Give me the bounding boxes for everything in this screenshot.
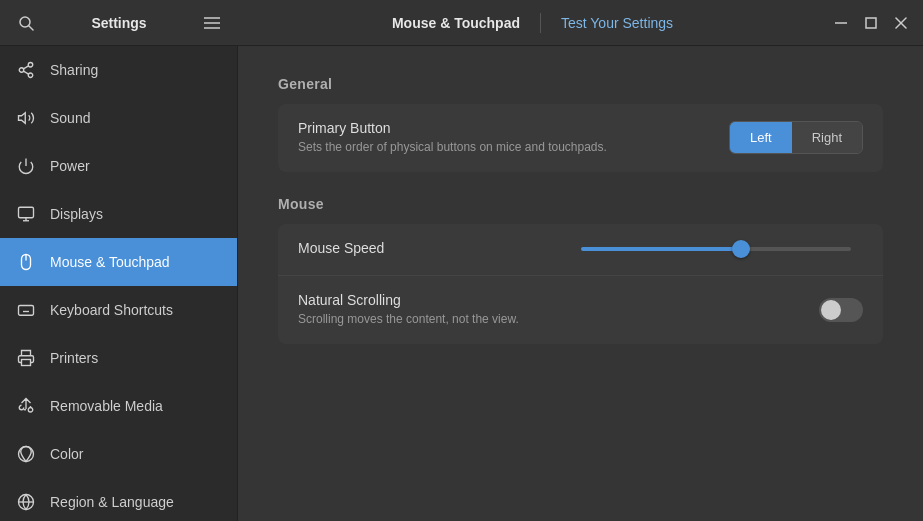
sidebar-item-displays[interactable]: Displays <box>0 190 237 238</box>
keyboard-icon <box>16 300 36 320</box>
titlebar-separator <box>540 13 541 33</box>
sidebar-item-sharing[interactable]: Sharing <box>0 46 237 94</box>
svg-line-12 <box>23 71 28 74</box>
sidebar-label-color: Color <box>50 446 83 462</box>
page-title: Mouse & Touchpad <box>392 15 520 31</box>
usb-icon <box>16 396 36 416</box>
content-area: General Primary Button Sets the order of… <box>238 46 923 521</box>
primary-button-control: Left Right <box>729 121 863 154</box>
mouse-speed-label: Mouse Speed <box>298 240 581 259</box>
sidebar-label-mouse-touchpad: Mouse & Touchpad <box>50 254 170 270</box>
primary-button-title: Primary Button <box>298 120 729 136</box>
monitor-icon <box>16 204 36 224</box>
natural-scrolling-toggle[interactable] <box>819 298 863 322</box>
mouse-speed-slider[interactable] <box>581 247 851 251</box>
mouse-speed-row: Mouse Speed <box>278 224 883 276</box>
primary-button-selector: Left Right <box>729 121 863 154</box>
svg-rect-16 <box>19 207 34 218</box>
natural-scrolling-title: Natural Scrolling <box>298 292 819 308</box>
primary-button-subtitle: Sets the order of physical buttons on mi… <box>298 139 729 156</box>
menu-button[interactable] <box>198 9 226 37</box>
mouse-section-title: Mouse <box>278 196 883 212</box>
printer-icon <box>16 348 36 368</box>
sidebar-item-keyboard-shortcuts[interactable]: Keyboard Shortcuts <box>0 286 237 334</box>
natural-scrolling-control <box>819 298 863 322</box>
sidebar-item-color[interactable]: Color <box>0 430 237 478</box>
globe-icon <box>16 492 36 512</box>
svg-rect-27 <box>22 360 31 366</box>
test-settings-link[interactable]: Test Your Settings <box>561 15 673 31</box>
svg-rect-21 <box>19 306 34 316</box>
volume-icon <box>16 108 36 128</box>
general-section-title: General <box>278 76 883 92</box>
sidebar-label-region-language: Region & Language <box>50 494 174 510</box>
svg-line-1 <box>29 26 33 30</box>
titlebar-center: Mouse & Touchpad Test Your Settings <box>238 0 827 45</box>
svg-point-9 <box>28 63 33 68</box>
mouse-speed-title: Mouse Speed <box>298 240 581 256</box>
sidebar-item-removable-media[interactable]: Removable Media <box>0 382 237 430</box>
sidebar-item-mouse-touchpad[interactable]: Mouse & Touchpad <box>0 238 237 286</box>
maximize-button[interactable] <box>857 9 885 37</box>
search-button[interactable] <box>12 9 40 37</box>
app-title: Settings <box>48 15 190 31</box>
primary-button-left[interactable]: Left <box>730 122 792 153</box>
sidebar-item-power[interactable]: Power <box>0 142 237 190</box>
sidebar-label-sound: Sound <box>50 110 90 126</box>
window-controls <box>827 9 923 37</box>
titlebar-left: Settings <box>0 0 238 45</box>
sidebar-label-displays: Displays <box>50 206 103 222</box>
svg-point-11 <box>28 73 33 78</box>
primary-button-right[interactable]: Right <box>792 122 862 153</box>
share-icon <box>16 60 36 80</box>
natural-scrolling-subtitle: Scrolling moves the content, not the vie… <box>298 311 819 328</box>
close-button[interactable] <box>887 9 915 37</box>
toggle-knob <box>821 300 841 320</box>
svg-point-28 <box>28 408 33 413</box>
sidebar-label-sharing: Sharing <box>50 62 98 78</box>
sidebar-item-sound[interactable]: Sound <box>0 94 237 142</box>
natural-scrolling-label: Natural Scrolling Scrolling moves the co… <box>298 292 819 328</box>
primary-button-row: Primary Button Sets the order of physica… <box>278 104 883 172</box>
mouse-card: Mouse Speed Natural Scrolling Scrolling … <box>278 224 883 344</box>
svg-rect-6 <box>866 18 876 28</box>
sidebar-label-printers: Printers <box>50 350 98 366</box>
natural-scrolling-row: Natural Scrolling Scrolling moves the co… <box>278 276 883 344</box>
main-layout: Sharing Sound Power <box>0 46 923 521</box>
general-card: Primary Button Sets the order of physica… <box>278 104 883 172</box>
mouse-icon <box>16 252 36 272</box>
color-icon <box>16 444 36 464</box>
sidebar-item-printers[interactable]: Printers <box>0 334 237 382</box>
svg-point-10 <box>19 68 24 73</box>
svg-line-13 <box>23 66 28 69</box>
sidebar-label-keyboard-shortcuts: Keyboard Shortcuts <box>50 302 173 318</box>
sidebar-label-removable-media: Removable Media <box>50 398 163 414</box>
sidebar-item-region-language[interactable]: Region & Language <box>0 478 237 521</box>
mouse-speed-control <box>581 247 864 251</box>
svg-marker-14 <box>19 113 26 124</box>
power-icon <box>16 156 36 176</box>
sidebar-label-power: Power <box>50 158 90 174</box>
minimize-button[interactable] <box>827 9 855 37</box>
titlebar: Settings Mouse & Touchpad Test Your Sett… <box>0 0 923 46</box>
sidebar: Sharing Sound Power <box>0 46 238 521</box>
primary-button-label: Primary Button Sets the order of physica… <box>298 120 729 156</box>
